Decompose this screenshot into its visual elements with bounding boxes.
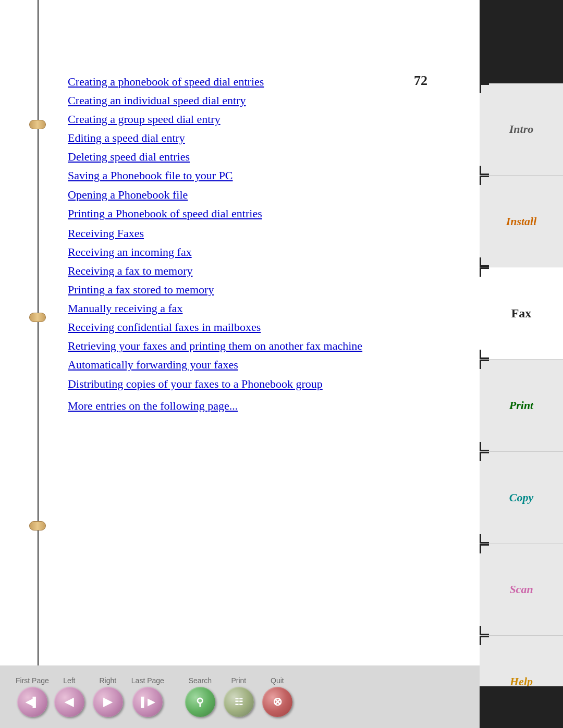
sidebar-item-fax[interactable]: Fax xyxy=(480,267,563,360)
right-group: Right ▶ xyxy=(93,676,123,717)
bracket-top xyxy=(480,176,489,185)
print-label: Print xyxy=(231,676,246,685)
sidebar-item-install[interactable]: Install xyxy=(480,176,563,268)
list-item: Manually receiving a fax xyxy=(68,300,448,317)
link-editing-speed-dial[interactable]: Editing a speed dial entry xyxy=(68,131,185,144)
first-page-icon: ◀▌ xyxy=(26,697,40,707)
right-button[interactable]: ▶ xyxy=(93,687,123,717)
list-item: Receiving an incoming fax xyxy=(68,243,448,261)
list-item: Receiving Faxes xyxy=(68,225,448,242)
sidebar-item-print[interactable]: Print xyxy=(480,360,563,452)
list-item: Creating an individual speed dial entry xyxy=(68,92,448,109)
link-individual-speed-dial[interactable]: Creating an individual speed dial entry xyxy=(68,94,246,107)
search-label: Search xyxy=(189,676,212,685)
sidebar-item-intro[interactable]: Intro xyxy=(480,83,563,176)
right-arrow-icon: ▶ xyxy=(103,695,112,709)
copy-tab-label: Copy xyxy=(509,491,533,504)
list-item: Printing a fax stored to memory xyxy=(68,281,448,299)
bracket-top xyxy=(480,83,489,93)
bracket-bottom xyxy=(480,534,489,544)
bracket-bottom xyxy=(480,350,489,359)
sidebar-top-decoration xyxy=(480,0,563,83)
bracket-top xyxy=(480,544,489,553)
sidebar: Intro Install Fax Print Copy Scan Help xyxy=(480,0,563,728)
list-item: More entries on the following page... xyxy=(68,397,448,415)
list-item: Editing a speed dial entry xyxy=(68,129,448,147)
quit-icon: ⊗ xyxy=(273,695,282,709)
link-retrieving-faxes[interactable]: Retrieving your faxes and printing them … xyxy=(68,337,448,355)
list-item: Printing a Phonebook of speed dial entri… xyxy=(68,205,448,223)
left-arrow-icon: ◀ xyxy=(65,695,74,709)
link-printing-memory[interactable]: Printing a fax stored to memory xyxy=(68,283,214,296)
list-item: Creating a group speed dial entry xyxy=(68,110,448,128)
right-label: Right xyxy=(99,676,116,685)
binder-ring-2 xyxy=(29,313,46,322)
intro-tab-label: Intro xyxy=(509,122,533,136)
list-item: Receiving a fax to memory xyxy=(68,262,448,280)
list-item: Automatically forwarding your faxes xyxy=(68,356,448,374)
print-group: Print ☷ xyxy=(224,676,254,717)
bracket-top xyxy=(480,267,489,277)
list-item: Deleting speed dial entries xyxy=(68,148,448,166)
link-more-entries[interactable]: More entries on the following page... xyxy=(68,397,448,415)
list-item: Opening a Phonebook file xyxy=(68,186,448,204)
quit-label: Quit xyxy=(271,676,284,685)
sidebar-item-scan[interactable]: Scan xyxy=(480,544,563,636)
last-page-group: Last Page ▌▶ xyxy=(131,676,164,717)
left-button[interactable]: ◀ xyxy=(54,687,84,717)
binder-ring-3 xyxy=(29,521,46,530)
print-tab-label: Print xyxy=(509,399,533,412)
bracket-bottom xyxy=(480,257,489,267)
left-group: Left ◀ xyxy=(54,676,84,717)
print-button[interactable]: ☷ xyxy=(224,687,254,717)
bracket-top xyxy=(480,360,489,369)
link-list: Creating a phonebook of speed dial entri… xyxy=(68,73,448,415)
link-group-speed-dial[interactable]: Creating a group speed dial entry xyxy=(68,113,221,126)
print-icon: ☷ xyxy=(235,696,243,708)
last-page-label: Last Page xyxy=(131,676,164,685)
quit-group: Quit ⊗ xyxy=(262,676,292,717)
list-item: Saving a Phonebook file to your PC xyxy=(68,167,448,184)
last-page-icon: ▌▶ xyxy=(141,697,155,707)
first-page-button[interactable]: ◀▌ xyxy=(17,687,47,717)
link-receiving-incoming[interactable]: Receiving an incoming fax xyxy=(68,245,192,258)
bracket-bottom xyxy=(480,442,489,451)
sidebar-item-copy[interactable]: Copy xyxy=(480,452,563,544)
binding-line xyxy=(38,0,39,728)
fax-tab-label: Fax xyxy=(511,306,532,320)
binder-ring-1 xyxy=(29,120,46,129)
bracket-top xyxy=(480,452,489,461)
main-content: 72 Creating a phonebook of speed dial en… xyxy=(0,0,480,728)
search-group: Search ⚲ xyxy=(185,676,215,717)
bracket-bottom xyxy=(480,626,489,635)
link-distributing-copies[interactable]: Distributing copies of your faxes to a P… xyxy=(68,377,323,390)
quit-button[interactable]: ⊗ xyxy=(262,687,292,717)
scan-tab-label: Scan xyxy=(509,583,533,596)
link-printing-phonebook[interactable]: Printing a Phonebook of speed dial entri… xyxy=(68,207,262,220)
link-manually-receiving[interactable]: Manually receiving a fax xyxy=(68,302,183,315)
left-label: Left xyxy=(63,676,75,685)
link-opening-phonebook[interactable]: Opening a Phonebook file xyxy=(68,188,188,201)
sidebar-bottom-decoration xyxy=(480,686,563,728)
install-tab-label: Install xyxy=(506,215,537,228)
link-phonebook-speed-dial[interactable]: Creating a phonebook of speed dial entri… xyxy=(68,75,264,88)
link-confidential-faxes[interactable]: Receiving confidential faxes in mailboxe… xyxy=(68,320,261,334)
bracket-bottom xyxy=(480,166,489,175)
page-number: 72 xyxy=(414,73,427,89)
list-item: Receiving confidential faxes in mailboxe… xyxy=(68,318,448,336)
list-item: Retrieving your faxes and printing them … xyxy=(68,337,448,355)
link-receiving-faxes[interactable]: Receiving Faxes xyxy=(68,227,144,240)
search-button[interactable]: ⚲ xyxy=(185,687,215,717)
nav-bar: First Page ◀▌ Left ◀ Right ▶ Last Page ▌… xyxy=(0,665,480,728)
last-page-button[interactable]: ▌▶ xyxy=(132,687,163,717)
bracket-top xyxy=(480,636,489,645)
search-icon: ⚲ xyxy=(196,696,204,708)
link-saving-phonebook[interactable]: Saving a Phonebook file to your PC xyxy=(68,169,233,182)
link-auto-forwarding[interactable]: Automatically forwarding your faxes xyxy=(68,358,238,371)
link-receiving-memory[interactable]: Receiving a fax to memory xyxy=(68,264,192,277)
first-page-group: First Page ◀▌ xyxy=(16,676,49,717)
list-item: Creating a phonebook of speed dial entri… xyxy=(68,73,448,91)
list-item: Distributing copies of your faxes to a P… xyxy=(68,375,448,393)
link-deleting-speed-dial[interactable]: Deleting speed dial entries xyxy=(68,150,190,163)
first-page-label: First Page xyxy=(16,676,49,685)
